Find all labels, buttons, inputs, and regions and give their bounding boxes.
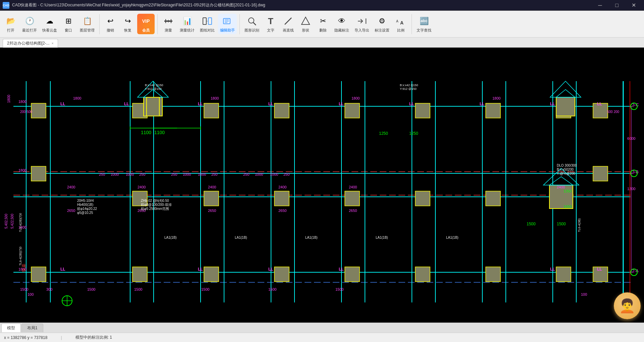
svg-text:2400: 2400 <box>208 185 216 189</box>
svg-text:1500: 1500 <box>134 287 142 291</box>
svg-text:A: A <box>400 20 404 25</box>
svg-text:LL: LL <box>480 102 485 106</box>
toolbar: 📂 打开 🕐 最近打开 ☁ 快看云盘 ⊞ 窗口 📋 图层管理 ↩ 撤销 ↪ 恢复… <box>0 11 644 38</box>
svg-text:筋φ5 2500mm范围: 筋φ5 2500mm范围 <box>141 207 169 211</box>
recent-icon: 🕐 <box>23 15 36 27</box>
tab-close-button[interactable]: × <box>52 42 54 45</box>
toolbar-edit-helper[interactable]: 编辑助手 <box>218 14 237 34</box>
svg-text:1250: 1250 <box>409 131 418 136</box>
compare-label: 图纸对比 <box>200 28 215 33</box>
svg-text:LA1(1B): LA1(1B) <box>164 236 177 239</box>
svg-text:1000: 1000 <box>198 172 206 176</box>
toolbar-undo[interactable]: ↩ 撤销 <box>102 14 118 34</box>
svg-text:TL6-4(3B): TL6-4(3B) <box>578 218 581 232</box>
toolbar-open[interactable]: 📂 打开 <box>3 14 19 34</box>
svg-text:1350: 1350 <box>564 189 572 193</box>
tabbar: 2邦达办公楼结构图[2-... × <box>0 38 644 48</box>
maximize-button[interactable]: □ <box>609 0 625 11</box>
toolbar-text-search[interactable]: 🔤 文字查找 <box>415 14 433 34</box>
toolbar-import-export[interactable]: 导入导出 <box>353 14 371 34</box>
toolbar-cloud[interactable]: ☁ 快看云盘 <box>40 14 59 34</box>
close-button[interactable]: ✕ <box>626 0 641 11</box>
shape-label: 形状 <box>302 28 309 33</box>
svg-text:Y:912 @150: Y:912 @150 <box>145 87 162 91</box>
svg-text:LL: LL <box>597 102 602 106</box>
toolbar-draw-line[interactable]: 画直线 <box>280 14 296 34</box>
svg-text:2650: 2650 <box>349 209 357 213</box>
svg-text:1500: 1500 <box>201 287 209 291</box>
svg-rect-76 <box>415 267 430 282</box>
edit-helper-icon <box>221 15 233 27</box>
svg-text:1000: 1000 <box>270 172 278 176</box>
undo-label: 撤销 <box>107 28 114 33</box>
svg-text:LA1(1B): LA1(1B) <box>376 236 388 239</box>
edit-helper-label: 编辑助手 <box>220 28 235 33</box>
svg-text:LL: LL <box>268 102 273 106</box>
svg-rect-71 <box>31 267 46 282</box>
toolbar-compare[interactable]: 图纸对比 <box>198 14 217 34</box>
svg-text:Hb400(1B): Hb400(1B) <box>77 203 93 207</box>
vip-icon: VIP <box>140 15 152 27</box>
model-tab[interactable]: 模型 <box>1 324 21 332</box>
svg-line-13 <box>285 18 291 24</box>
measure-stat-icon: 📊 <box>181 15 193 27</box>
measure-stat-label: 测量统计 <box>180 28 195 33</box>
toolbar-measure-stat[interactable]: 📊 测量统计 <box>178 14 197 34</box>
svg-text:2400: 2400 <box>138 185 146 189</box>
toolbar-layers[interactable]: 📋 图层管理 <box>78 14 97 34</box>
scale-icon: AA <box>395 15 407 27</box>
bottom-tabs: 模型 布局1 <box>0 323 644 333</box>
svg-text:2400: 2400 <box>278 185 286 189</box>
scale-label: 比例 <box>397 28 405 33</box>
toolbar-hide-mark[interactable]: 👁 隐藏标注 <box>332 14 351 34</box>
svg-text:2400: 2400 <box>557 185 565 189</box>
layers-icon: 📋 <box>81 15 93 27</box>
cad-canvas[interactable]: 1100 1100 1800 1800 1800 1800 1800 1800 … <box>0 48 644 323</box>
svg-text:Y:@%@200: Y:@%@200 <box>557 172 575 175</box>
svg-text:LL: LL <box>550 267 555 272</box>
window-icon: ⊞ <box>62 15 74 27</box>
svg-text:250: 250 <box>139 172 145 176</box>
svg-text:1000: 1000 <box>111 172 119 176</box>
text-search-icon: 🔤 <box>418 15 430 27</box>
layout1-tab-label: 布局1 <box>27 325 38 331</box>
drawing-tab[interactable]: 2邦达办公楼结构图[2-... × <box>3 39 58 48</box>
svg-text:绳: 绳 <box>22 264 26 268</box>
svg-rect-49 <box>147 97 159 116</box>
svg-text:LL: LL <box>339 102 344 106</box>
minimize-button[interactable]: ─ <box>592 0 608 11</box>
toolbar-scale[interactable]: AA 比例 <box>393 14 409 34</box>
shape-recognize-label: 图形识别 <box>245 28 259 33</box>
svg-rect-75 <box>345 267 360 282</box>
svg-text:20H5-10#4: 20H5-10#4 <box>77 199 94 203</box>
svg-text:250: 250 <box>171 172 177 176</box>
toolbar-mark-settings[interactable]: ⚙ 标注设置 <box>373 14 391 34</box>
svg-rect-51 <box>274 103 289 118</box>
svg-text:LA1(1B): LA1(1B) <box>235 236 247 239</box>
svg-rect-70 <box>593 166 608 181</box>
model-tab-label: 模型 <box>7 325 15 331</box>
toolbar-shape-recognize[interactable]: 图形识别 <box>243 14 261 34</box>
svg-text:1500: 1500 <box>335 287 343 291</box>
toolbar-vip[interactable]: VIP 会员 <box>137 14 155 34</box>
svg-text:Y:912 @150: Y:912 @150 <box>400 87 417 91</box>
svg-text:LA1(1B): LA1(1B) <box>446 236 459 239</box>
toolbar-recent[interactable]: 🕐 最近打开 <box>20 14 39 34</box>
svg-rect-4 <box>203 18 206 24</box>
statusbar: x = 1382786 y = 737818 | 模型中的标注比例: 1 <box>0 333 644 342</box>
titlebar-controls: ─ □ ✕ <box>592 0 641 11</box>
layout1-tab[interactable]: 布局1 <box>21 324 43 332</box>
svg-text:100: 100 <box>581 292 587 296</box>
svg-text:1800: 1800 <box>352 96 360 100</box>
svg-text:1100: 1100 <box>154 130 165 135</box>
toolbar-text[interactable]: T 文字 <box>263 14 279 34</box>
svg-text:1000: 1000 <box>126 172 134 176</box>
toolbar-delete[interactable]: ✂ 删除 <box>315 14 331 34</box>
svg-text:1500: 1500 <box>557 222 566 226</box>
svg-text:1250: 1250 <box>379 131 388 136</box>
svg-text:500 200: 500 200 <box>607 110 620 114</box>
toolbar-shape[interactable]: 形状 <box>298 14 314 34</box>
toolbar-measure[interactable]: 测量 <box>160 14 176 34</box>
toolbar-window[interactable]: ⊞ 窗口 <box>60 14 76 34</box>
toolbar-redo[interactable]: ↪ 恢复 <box>120 14 136 34</box>
